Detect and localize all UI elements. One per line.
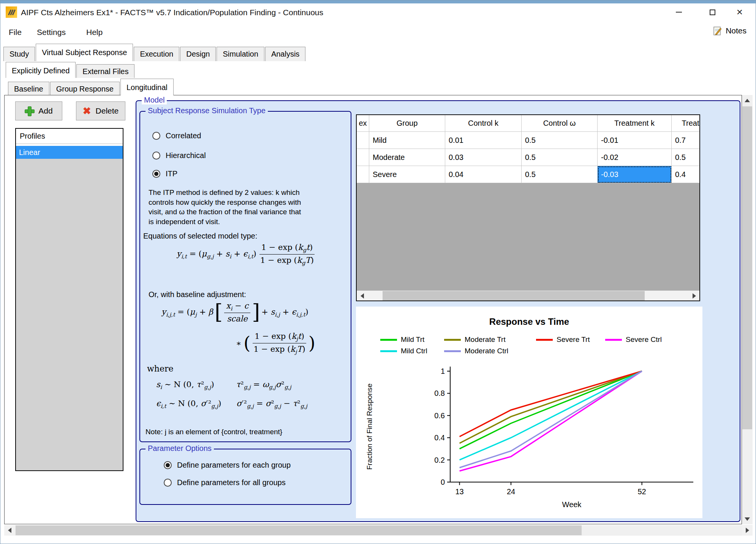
cell-control-w[interactable]: 0.5 bbox=[522, 149, 598, 166]
horizontal-scroll-thumb[interactable] bbox=[16, 525, 582, 535]
cell[interactable] bbox=[357, 132, 369, 149]
tab-baseline[interactable]: Baseline bbox=[8, 82, 49, 95]
cell-control-k[interactable]: 0.04 bbox=[445, 166, 522, 183]
equations-heading: Equations of selected model type: bbox=[143, 232, 257, 240]
cell-treatment-w[interactable]: 0.5 bbox=[672, 149, 700, 166]
scroll-right-button[interactable] bbox=[742, 525, 753, 536]
chart-title: Response vs Time bbox=[356, 316, 702, 327]
maximize-button[interactable] bbox=[700, 3, 724, 21]
response-chart-panel: Response vs Time Mild Trt Moderate Trt S… bbox=[356, 307, 702, 518]
cell-treatment-w[interactable]: 0.7 bbox=[672, 132, 700, 149]
tab-virtual-subject-response[interactable]: Virtual Subject Response bbox=[36, 44, 133, 61]
close-button[interactable]: × bbox=[728, 3, 752, 21]
menu-bar: File Settings Help Notes bbox=[0, 22, 756, 43]
model-groupbox: Model Subject Response Simulation Type C… bbox=[136, 100, 740, 522]
tab-longitudinal[interactable]: Longitudinal bbox=[120, 79, 174, 95]
tab-analysis[interactable]: Analysis bbox=[265, 47, 305, 61]
cell-control-k[interactable]: 0.03 bbox=[445, 149, 522, 166]
radio-correlated-circle[interactable] bbox=[152, 132, 160, 140]
eq2-numerator: 1 − exp (kjt) bbox=[253, 331, 306, 343]
radio-params-each-group[interactable]: Define parameters for each group bbox=[164, 461, 291, 470]
profiles-listbox: Profiles Linear bbox=[15, 128, 123, 471]
cell-group[interactable]: Moderate bbox=[369, 149, 445, 166]
cell-control-w[interactable]: 0.5 bbox=[522, 132, 598, 149]
minimize-button[interactable] bbox=[667, 3, 691, 21]
scroll-thumb[interactable] bbox=[383, 291, 645, 301]
scroll-up-button[interactable] bbox=[742, 95, 753, 106]
page-vertical-scrollbar[interactable] bbox=[742, 95, 753, 524]
scroll-left-button[interactable] bbox=[357, 291, 367, 301]
tab-design[interactable]: Design bbox=[180, 47, 216, 61]
scroll-right-button[interactable] bbox=[689, 291, 699, 301]
profile-item-linear[interactable]: Linear bbox=[16, 146, 123, 159]
eq2-left-bracket: [ bbox=[215, 303, 223, 322]
vertical-scroll-thumb[interactable] bbox=[742, 106, 752, 429]
eq1-denominator: 1 − exp (kgT) bbox=[260, 255, 314, 267]
legend-label: Mild Trt bbox=[401, 335, 424, 344]
tab-execution[interactable]: Execution bbox=[134, 47, 179, 61]
element-note: Note: j is an element of {control, treat… bbox=[146, 428, 282, 436]
cell-control-k[interactable]: 0.01 bbox=[445, 132, 522, 149]
scroll-left-button[interactable] bbox=[4, 525, 15, 536]
eq1-lhs: yi,t = (μg,j + si + ϵi,t) bbox=[177, 249, 256, 259]
legend-mild-trt: Mild Trt bbox=[380, 335, 444, 344]
main-tab-strip: Study Virtual Subject Response Execution… bbox=[3, 44, 306, 61]
longitudinal-page: Add ✖ Delete Profiles Linear Model Subje… bbox=[4, 95, 742, 524]
tab-explicitly-defined[interactable]: Explicitly Defined bbox=[6, 62, 76, 78]
legend-swatch-severe-trt bbox=[536, 339, 553, 341]
cell-treatment-w[interactable]: 0.4 bbox=[672, 166, 700, 183]
tab-group-response[interactable]: Group Response bbox=[50, 82, 120, 95]
scroll-down-button[interactable] bbox=[742, 514, 753, 524]
tab-simulation[interactable]: Simulation bbox=[217, 47, 264, 61]
cell-group[interactable]: Mild bbox=[369, 132, 445, 149]
table-empty-area bbox=[357, 183, 699, 291]
cell[interactable] bbox=[357, 149, 369, 166]
radio-itp[interactable]: ITP bbox=[152, 169, 177, 178]
table-header-row: ex Group Control k Control ω Treatment k… bbox=[357, 115, 699, 132]
table-row-severe: Severe 0.04 0.5 -0.03 0.4 bbox=[357, 166, 699, 183]
notes-button[interactable]: Notes bbox=[712, 25, 747, 36]
eq2-bracket-numerator: xi − c bbox=[224, 301, 250, 313]
notes-icon bbox=[712, 25, 723, 36]
add-button[interactable]: Add bbox=[15, 101, 62, 120]
header-control-k: Control k bbox=[445, 115, 522, 132]
scroll-left-icon bbox=[8, 528, 11, 533]
cell[interactable] bbox=[357, 166, 369, 183]
cell-control-w[interactable]: 0.5 bbox=[522, 166, 598, 183]
radio-correlated[interactable]: Correlated bbox=[152, 131, 201, 140]
radio-hierarchical[interactable]: Hierarchical bbox=[152, 151, 206, 160]
legend-swatch-mild-trt bbox=[380, 339, 397, 341]
radio-params-all-groups[interactable]: Define parameters for all groups bbox=[164, 478, 286, 487]
tab-study[interactable]: Study bbox=[3, 47, 35, 61]
cell-group[interactable]: Severe bbox=[369, 166, 445, 183]
cell-treatment-k[interactable]: -0.02 bbox=[598, 149, 672, 166]
where-row-2: ϵi,t ∼ N (0, σ′²g,j) σ′²g,j = σ²g,j − τ²… bbox=[156, 399, 307, 409]
header-treatment-w: Treat bbox=[672, 115, 700, 132]
level3-tab-strip: Baseline Group Response Longitudinal bbox=[8, 79, 174, 95]
radio-itp-circle[interactable] bbox=[152, 170, 160, 178]
table-row-mild: Mild 0.01 0.5 -0.01 0.7 bbox=[357, 132, 699, 149]
menu-help[interactable]: Help bbox=[83, 26, 106, 38]
page-horizontal-scrollbar[interactable] bbox=[4, 525, 753, 536]
add-plus-icon bbox=[25, 106, 34, 115]
table-horizontal-scrollbar[interactable] bbox=[357, 291, 699, 301]
radio-params-each-circle[interactable] bbox=[164, 461, 172, 469]
legend-swatch-mild-ctrl bbox=[380, 350, 397, 352]
legend-moderate-trt: Moderate Trt bbox=[444, 335, 536, 344]
model-groupbox-label: Model bbox=[142, 96, 167, 104]
menu-file[interactable]: File bbox=[6, 26, 25, 38]
radio-params-all-circle[interactable] bbox=[164, 479, 172, 487]
where2-right: σ′²g,j = σ²g,j − τ²g,j bbox=[236, 399, 307, 409]
menu-settings[interactable]: Settings bbox=[34, 26, 69, 38]
svg-text:1: 1 bbox=[441, 367, 445, 375]
tab-external-files[interactable]: External Files bbox=[76, 64, 134, 78]
legend-label: Severe Ctrl bbox=[626, 335, 662, 344]
radio-correlated-label: Correlated bbox=[166, 131, 201, 140]
delete-label: Delete bbox=[96, 106, 119, 115]
radio-hierarchical-circle[interactable] bbox=[152, 152, 160, 160]
eq2-bracket-fraction: xi − c scale bbox=[224, 301, 250, 324]
delete-button[interactable]: ✖ Delete bbox=[76, 101, 125, 120]
cell-treatment-k[interactable]: -0.01 bbox=[598, 132, 672, 149]
cell-treatment-k-selected[interactable]: -0.03 bbox=[598, 166, 672, 183]
svg-text:24: 24 bbox=[507, 487, 515, 496]
